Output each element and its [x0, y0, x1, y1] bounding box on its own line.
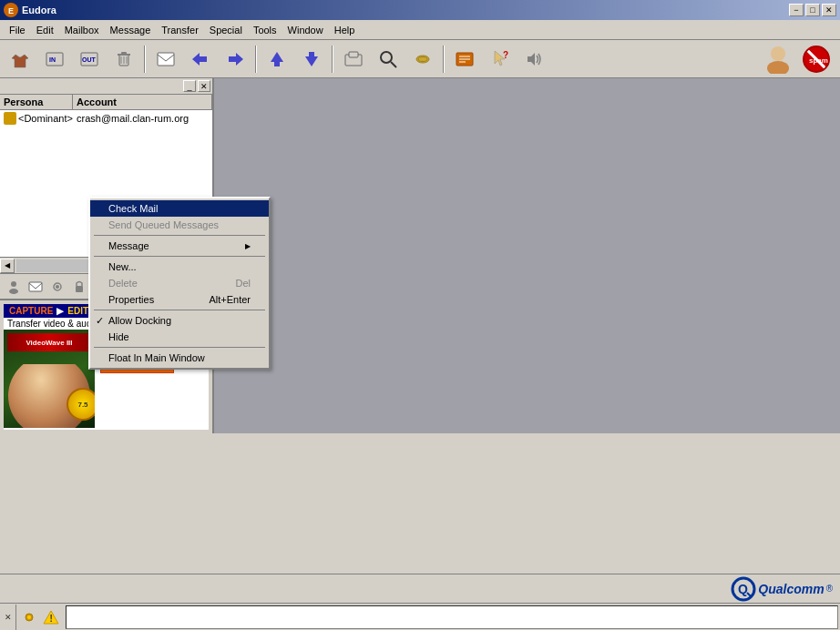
ctx-send-queued[interactable]: Send Queued Messages: [90, 217, 269, 233]
svg-point-39: [11, 281, 16, 287]
svg-text:Q: Q: [738, 582, 748, 596]
svg-rect-18: [309, 52, 314, 57]
spam-button[interactable]: spam: [796, 44, 836, 75]
ctx-sep-3: [94, 310, 265, 310]
svg-point-31: [771, 46, 785, 61]
svg-point-38: [5, 120, 15, 125]
svg-point-37: [7, 114, 13, 119]
compose-icon[interactable]: [149, 44, 182, 75]
trash-icon[interactable]: [108, 44, 140, 75]
up-arrow-icon[interactable]: [261, 44, 293, 75]
svg-marker-14: [229, 53, 243, 66]
persona-cell: <Dominant>: [0, 111, 73, 126]
svg-text:?: ?: [503, 50, 508, 60]
help-cursor-icon[interactable]: ?: [483, 44, 516, 75]
ctx-new[interactable]: New...: [90, 259, 269, 275]
window-title: Eudora: [22, 5, 56, 15]
right-panel: [214, 78, 840, 433]
svg-text:IN: IN: [49, 56, 56, 63]
reply-icon[interactable]: [184, 44, 217, 75]
svg-rect-44: [76, 286, 83, 292]
ctx-sep-2: [94, 256, 265, 257]
inbox-icon[interactable]: IN: [38, 44, 71, 75]
menu-special[interactable]: Special: [204, 23, 248, 37]
ctx-allow-docking[interactable]: Allow Docking: [90, 312, 269, 329]
bottom-warning-icon: !: [42, 608, 60, 626]
menu-message[interactable]: Message: [105, 23, 157, 37]
ctx-delete[interactable]: Delete Del: [90, 275, 269, 291]
menu-file[interactable]: File: [4, 23, 31, 37]
main-toolbar: IN OUT: [0, 40, 840, 78]
ctx-sep-1: [94, 235, 265, 236]
product-name-badge: VideoWave III: [26, 339, 72, 347]
ad-badge: 7.5: [67, 388, 95, 421]
check-mail-small-btn[interactable]: [26, 277, 46, 297]
ctx-message[interactable]: Message: [90, 238, 269, 254]
close-indicator: ✕: [5, 613, 12, 622]
settings-small-btn[interactable]: [47, 277, 67, 297]
ctx-hide[interactable]: Hide: [90, 329, 269, 345]
toolbar-sep-2: [255, 46, 257, 73]
svg-text:!: !: [50, 614, 53, 624]
persona-name: <Dominant>: [18, 113, 73, 124]
svg-marker-30: [528, 53, 535, 66]
shirt-icon[interactable]: [4, 44, 36, 75]
account-row[interactable]: <Dominant> crash@mail.clan-rum.org: [0, 110, 212, 127]
mailbox-icon[interactable]: [337, 44, 370, 75]
ad-edit: EDIT: [67, 306, 88, 316]
menu-transfer[interactable]: Transfer: [156, 23, 204, 37]
ctx-check-mail[interactable]: Check Mail: [90, 200, 269, 217]
title-bar: E Eudora − □ ✕: [0, 0, 840, 20]
context-menu: Check Mail Send Queued Messages Message …: [88, 197, 271, 370]
toolbar-sep-1: [144, 46, 146, 73]
ad-header-text: CAPTURE: [9, 306, 53, 316]
menu-edit[interactable]: Edit: [31, 23, 59, 37]
outbox-icon[interactable]: OUT: [73, 44, 106, 75]
persona-icon: [4, 112, 16, 125]
ctx-float-in-main[interactable]: Float In Main Window: [90, 350, 269, 366]
forward-icon[interactable]: [219, 44, 251, 75]
svg-marker-17: [305, 56, 318, 66]
svg-line-22: [391, 62, 396, 67]
close-button[interactable]: ✕: [822, 4, 836, 16]
maximize-button[interactable]: □: [805, 4, 820, 16]
ad-arrow1: ▶: [56, 306, 64, 316]
svg-point-43: [56, 285, 59, 289]
scroll-left-btn[interactable]: ◀: [0, 259, 15, 273]
toolbar-sep-3: [332, 46, 333, 73]
persona-column-header: Persona: [0, 95, 73, 109]
qualcomm-text: Qualcomm: [758, 582, 824, 596]
status-text-area: [66, 605, 838, 629]
svg-point-21: [381, 52, 392, 63]
panel-minimize-btn[interactable]: _: [183, 80, 196, 92]
svg-rect-20: [349, 52, 358, 57]
search-icon[interactable]: [372, 44, 405, 75]
minimize-button[interactable]: −: [789, 4, 804, 16]
svg-text:E: E: [8, 6, 14, 15]
down-arrow-icon[interactable]: [295, 44, 328, 75]
main-content-area: _ ✕ Persona Account <Dominant>: [0, 78, 840, 433]
svg-rect-12: [158, 53, 174, 66]
account-email: crash@mail.clan-rum.org: [73, 112, 192, 125]
qualcomm-registered: ®: [826, 584, 833, 594]
ctx-properties[interactable]: Properties Alt+Enter: [90, 291, 269, 308]
ssl-small-btn[interactable]: [69, 277, 89, 297]
new-persona-btn[interactable]: [4, 277, 24, 297]
menu-window[interactable]: Window: [282, 23, 329, 37]
attach-icon[interactable]: [406, 44, 439, 75]
menu-mailbox[interactable]: Mailbox: [59, 23, 105, 37]
accounts-header: Persona Account: [0, 95, 212, 110]
svg-point-40: [9, 289, 18, 294]
status-bar: Q Qualcomm ®: [0, 574, 840, 603]
signature-icon[interactable]: [448, 44, 481, 75]
menu-tools[interactable]: Tools: [248, 23, 282, 37]
menu-help[interactable]: Help: [329, 23, 361, 37]
svg-point-32: [767, 61, 789, 74]
bottom-gear-icon[interactable]: [20, 608, 38, 626]
qualcomm-logo: Q Qualcomm ®: [731, 576, 833, 602]
ad-image: VideoWave III 7.5: [4, 330, 95, 428]
panel-close-btn[interactable]: ✕: [198, 80, 210, 92]
app-icon: E: [4, 3, 18, 17]
speaker-icon[interactable]: [517, 44, 550, 75]
svg-point-52: [27, 615, 31, 619]
